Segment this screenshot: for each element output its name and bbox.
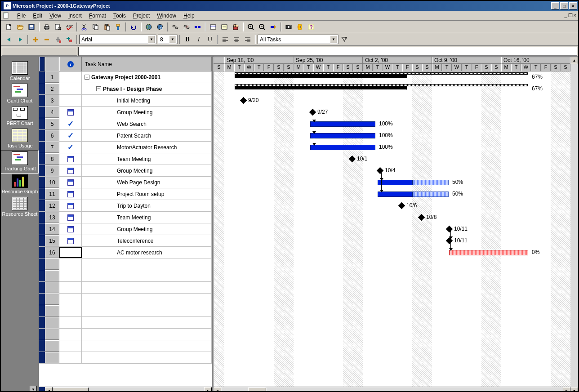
milestone[interactable] [377,167,384,174]
menu-help[interactable]: Help [180,12,198,20]
menu-tools[interactable]: Tools [110,12,129,20]
print-button[interactable] [41,22,52,32]
indicator-cell[interactable]: ✓ [59,118,82,129]
undo-button[interactable] [128,22,139,32]
row-number[interactable]: 5 [45,118,59,129]
scroll-right-button[interactable]: ► [204,387,212,392]
task-name-cell[interactable]: Motor/Actuator Research [82,142,212,153]
task-name-cell[interactable]: Group Meeting [82,165,212,176]
goto-selected-button[interactable] [268,22,279,32]
gantt-scroll-left[interactable]: ◄ [214,387,221,392]
task-row[interactable]: 9Group Meeting [39,165,212,177]
task-name-cell[interactable]: Project Room setup [82,188,212,200]
indicator-cell[interactable] [59,71,82,83]
menu-edit[interactable]: Edit [29,12,46,20]
indicator-cell[interactable] [59,223,82,235]
summary-bar[interactable] [235,75,407,78]
task-name-cell[interactable]: Trip to Dayton [82,200,212,211]
week-header[interactable]: Oct 16, '00 [501,57,570,64]
menu-file[interactable]: File [13,12,29,20]
underline-button[interactable]: U [205,35,215,45]
cut-button[interactable] [79,22,90,32]
task-name-cell[interactable]: −Gateway Project 2000-2001 [82,71,212,83]
view-resource-sheet[interactable]: Resource Sheet [1,196,39,218]
indicator-cell[interactable] [59,83,82,94]
font-combo[interactable]: Arial▼ [79,35,156,44]
unlink-tasks-button[interactable] [181,22,192,32]
milestone[interactable] [309,109,316,116]
row-number[interactable]: 7 [45,142,59,153]
week-header[interactable]: Oct 9, '00 [432,57,501,64]
zoom-out-button[interactable] [257,22,267,32]
week-header[interactable]: Sep 18, '00 [224,57,294,64]
web-toolbar-button[interactable] [155,22,165,32]
indicator-cell[interactable] [59,95,82,106]
align-right-button[interactable] [242,35,253,45]
milestone[interactable] [418,214,425,221]
fontsize-combo[interactable]: 8▼ [158,35,178,44]
save-button[interactable] [26,22,37,32]
assign-resources-button[interactable] [230,22,241,32]
task-row[interactable]: 16AC motor research [39,247,212,258]
zoom-in-button[interactable] [245,22,256,32]
table-hscroll[interactable]: ◄ ► [39,387,212,392]
expand-icon[interactable]: − [96,86,101,91]
indicator-cell[interactable] [59,200,82,211]
mdi-restore-button[interactable]: ❐ [568,13,573,18]
gantt-hscroll[interactable]: ◄ ► [214,387,570,392]
select-all-corner[interactable] [39,57,45,71]
hide-assignments-button[interactable] [53,35,63,45]
view-resource-graph[interactable]: Resource Graph [1,174,39,196]
align-left-button[interactable] [220,35,231,45]
filter-combo[interactable]: All Tasks▼ [258,35,338,44]
indicator-cell[interactable] [59,235,82,246]
milestone[interactable] [446,226,453,233]
task-bar-remaining[interactable] [413,180,449,185]
indicator-cell[interactable]: ✓ [59,142,82,153]
indicator-cell[interactable] [59,247,82,258]
task-bar[interactable] [310,133,375,138]
task-bar[interactable] [310,145,375,150]
autofilter-button[interactable]: = [339,35,350,45]
indicator-cell[interactable] [59,177,82,188]
task-row[interactable]: 12Trip to Dayton [39,200,212,212]
copy-picture-button[interactable] [283,22,294,32]
outdent-arrow-button[interactable] [4,35,14,45]
row-number[interactable]: 4 [45,107,59,118]
indicators-header[interactable]: i [59,57,82,71]
task-name-cell[interactable]: Web Page Design [82,177,212,188]
menu-insert[interactable]: Insert [65,12,85,20]
task-row[interactable]: 1−Gateway Project 2000-2001 [39,71,212,83]
row-number[interactable]: 12 [45,200,59,211]
entry-input[interactable] [78,47,577,56]
indicator-cell[interactable] [59,153,82,165]
task-row[interactable]: 10Web Page Design [39,177,212,188]
menu-format[interactable]: Format [85,12,110,20]
week-header[interactable]: Oct 2, '00 [363,57,432,64]
split-task-button[interactable] [192,22,203,32]
task-notes-button[interactable] [219,22,230,32]
hide-subtasks-button[interactable] [41,35,52,45]
gantt-vscroll[interactable]: ▲ ▼ [570,57,578,392]
task-row[interactable]: 2−Phase I - Design Phase [39,83,212,95]
task-row[interactable]: 11Project Room setup [39,188,212,200]
row-number[interactable]: 16 [45,247,59,258]
task-row[interactable]: 15Teleconference [39,235,212,247]
row-number[interactable]: 8 [45,153,59,165]
week-header[interactable]: Sep 25, '00 [294,57,363,64]
paste-button[interactable] [102,22,112,32]
milestone[interactable] [240,97,247,104]
task-name-cell[interactable]: Web Search [82,118,212,129]
row-number[interactable]: 15 [45,235,59,246]
copy-button[interactable] [90,22,101,32]
minimize-button[interactable]: _ [551,2,559,9]
align-center-button[interactable] [231,35,242,45]
row-number[interactable]: 9 [45,165,59,176]
new-button[interactable] [4,22,14,32]
task-name-cell[interactable]: Initial Meeting [82,95,212,106]
task-row[interactable]: 4Group Meeting [39,107,212,118]
task-name-cell[interactable]: Group Meeting [82,107,212,118]
indent-arrow-button[interactable] [15,35,26,45]
task-row[interactable]: 13Team Meeting [39,212,212,223]
hyperlink-button[interactable] [143,22,154,32]
